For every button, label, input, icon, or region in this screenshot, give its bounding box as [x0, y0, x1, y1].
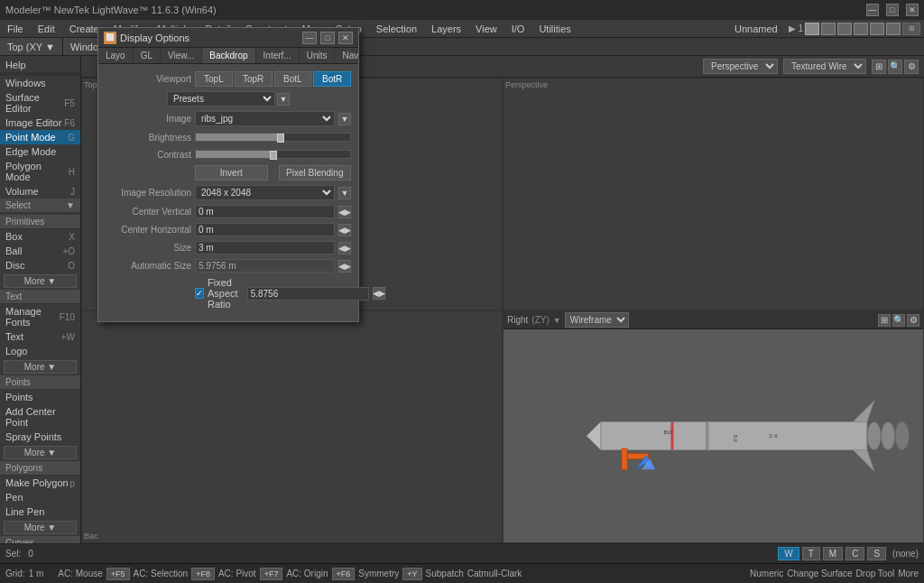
resolution-arrow-btn[interactable]: ▼ — [338, 187, 351, 199]
sidebar-point-mode[interactable]: Point ModeG — [0, 130, 80, 144]
sidebar-edge-mode[interactable]: Edge Mode — [0, 144, 80, 159]
layer-btn-5[interactable] — [870, 23, 884, 35]
dialog-tab-nav[interactable]: Nav — [335, 48, 366, 63]
dialog-close-btn[interactable]: ✕ — [338, 32, 353, 44]
viewport-topr-btn[interactable]: TopR — [235, 71, 273, 87]
ac-mouse-key[interactable]: +F5 — [106, 568, 130, 580]
menu-unnamed[interactable]: Unnamed — [727, 20, 785, 37]
center-vertical-arrow[interactable]: ◀▶ — [338, 206, 351, 218]
sidebar-windows[interactable]: Windows — [0, 76, 80, 90]
viewport-icons[interactable]: ⊞ — [902, 23, 920, 35]
br-expand-btn[interactable]: ⊞ — [878, 314, 891, 327]
layer-btn-3[interactable] — [837, 23, 852, 35]
image-resolution-select[interactable]: 2048 x 2048 — [195, 185, 335, 200]
close-button[interactable]: ✕ — [906, 4, 919, 16]
menu-io[interactable]: I/O — [504, 20, 532, 37]
sidebar-primitives-more[interactable]: More ▼ — [4, 274, 77, 288]
presets-select[interactable]: Presets — [167, 91, 275, 106]
wireframe-select[interactable]: Wireframe — [565, 312, 629, 328]
minimize-button[interactable]: — — [866, 4, 879, 16]
brightness-thumb[interactable] — [277, 134, 284, 143]
fixed-aspect-checkbox[interactable]: ✓ — [195, 288, 204, 299]
viewport-zoom-btn[interactable]: 🔍 — [888, 60, 902, 74]
fixed-aspect-arrow[interactable]: ◀▶ — [373, 287, 385, 300]
size-arrow[interactable]: ◀▶ — [338, 242, 351, 254]
sidebar-disc[interactable]: DiscO — [0, 258, 80, 273]
br-zoom-btn[interactable]: 🔍 — [892, 314, 905, 327]
sidebar-image-editor[interactable]: Image EditorF6 — [0, 116, 80, 130]
dialog-titlebar[interactable]: ⬜ Display Options — □ ✕ — [98, 28, 358, 48]
menu-edit[interactable]: Edit — [31, 20, 62, 37]
sidebar-polygon-mode[interactable]: Polygon ModeH — [0, 159, 80, 184]
viewport-botl-btn[interactable]: BotL — [274, 71, 312, 87]
size-input[interactable] — [195, 241, 335, 254]
contrast-thumb[interactable] — [270, 151, 277, 160]
sidebar-pen[interactable]: Pen — [0, 490, 80, 504]
contrast-slider[interactable] — [195, 148, 351, 161]
image-select[interactable]: ribs_jpg — [195, 111, 335, 126]
dialog-tab-layo[interactable]: Layo — [98, 48, 134, 63]
dialog-restore-btn[interactable]: □ — [320, 32, 335, 44]
dialog-minimize-btn[interactable]: — — [302, 32, 317, 44]
menu-layers[interactable]: Layers — [424, 20, 468, 37]
m-mode-btn[interactable]: M — [823, 547, 843, 560]
sidebar-logo[interactable]: Logo — [0, 344, 80, 358]
render-mode-select[interactable]: Textured Wire — [783, 59, 866, 74]
center-horizontal-arrow[interactable]: ◀▶ — [338, 224, 351, 236]
dialog-tab-interf[interactable]: Interf... — [256, 48, 300, 63]
sidebar-text-more[interactable]: More ▼ — [4, 360, 77, 374]
restore-button[interactable]: □ — [886, 4, 899, 16]
dialog-tab-backdrop[interactable]: Backdrop — [202, 48, 255, 63]
menu-file[interactable]: File — [0, 20, 31, 37]
sidebar-points-more[interactable]: More ▼ — [4, 446, 77, 459]
menu-view[interactable]: View — [468, 20, 504, 37]
ac-selection-key[interactable]: +F8 — [191, 568, 215, 580]
sidebar-polygons-more[interactable]: More ▼ — [4, 521, 77, 534]
s-mode-btn[interactable]: S — [867, 547, 886, 560]
viewport-expand-btn[interactable]: ⊞ — [872, 60, 886, 74]
dialog-tab-gl[interactable]: GL — [134, 48, 161, 63]
sidebar-surface-editor[interactable]: Surface EditorF5 — [0, 90, 80, 116]
sidebar-box[interactable]: BoxX — [0, 229, 80, 244]
center-vertical-input[interactable] — [195, 205, 335, 218]
layer-btn-1[interactable] — [805, 23, 819, 35]
sidebar-ball[interactable]: Ball+O — [0, 244, 80, 258]
brightness-slider[interactable] — [195, 131, 351, 143]
viewport-botr-btn[interactable]: BotR — [313, 71, 351, 87]
tab-top-xy[interactable]: Top (XY ▼ — [0, 38, 63, 55]
c-mode-btn[interactable]: C — [845, 547, 864, 560]
fixed-aspect-input[interactable] — [247, 287, 369, 301]
center-horizontal-input[interactable] — [195, 223, 335, 236]
presets-arrow[interactable]: ▼ — [277, 93, 290, 106]
invert-btn[interactable]: Invert — [195, 165, 268, 180]
auto-size-arrow[interactable]: ◀▶ — [338, 260, 351, 273]
t-mode-btn[interactable]: T — [802, 547, 820, 560]
sidebar-make-polygon[interactable]: Make Polygonp — [0, 476, 80, 490]
view-mode-select[interactable]: Perspective — [703, 59, 778, 74]
layer-btn-4[interactable] — [854, 23, 868, 35]
w-mode-btn[interactable]: W — [778, 547, 799, 560]
viewport-topl-btn[interactable]: TopL — [195, 71, 233, 87]
layer-btn-6[interactable] — [886, 23, 901, 35]
ac-origin-key[interactable]: +F6 — [332, 568, 356, 580]
image-arrow-btn[interactable]: ▼ — [338, 113, 351, 125]
viewport-settings-btn[interactable]: ⚙ — [904, 60, 919, 74]
sidebar-manage-fonts[interactable]: Manage FontsF10 — [0, 304, 80, 329]
auto-size-input[interactable] — [195, 259, 335, 273]
sidebar-help[interactable]: Help — [0, 58, 80, 72]
sidebar-spray-points[interactable]: Spray Points — [0, 430, 80, 444]
sidebar-points[interactable]: Points — [0, 390, 80, 404]
sidebar-volume[interactable]: VolumeJ — [0, 184, 80, 199]
layer-btn-2[interactable] — [821, 23, 836, 35]
sidebar-text[interactable]: Text+W — [0, 329, 80, 344]
br-settings-btn[interactable]: ⚙ — [907, 314, 919, 327]
menu-utilities[interactable]: Utilities — [531, 20, 578, 37]
ac-pivot-key[interactable]: +F7 — [260, 568, 283, 580]
menu-selection[interactable]: Selection — [369, 20, 424, 37]
pixel-blending-btn[interactable]: Pixel Blending — [279, 165, 352, 180]
sidebar-line-pen[interactable]: Line Pen — [0, 504, 80, 519]
sidebar-add-center-point[interactable]: Add Center Point — [0, 404, 80, 430]
dialog-tab-view[interactable]: View... — [161, 48, 202, 63]
dialog-tab-units[interactable]: Units — [300, 48, 336, 63]
symmetry-key[interactable]: +Y — [402, 568, 421, 580]
